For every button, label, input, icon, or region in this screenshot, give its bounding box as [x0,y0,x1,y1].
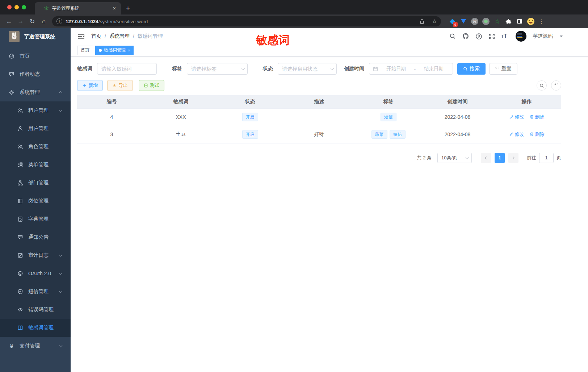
sidebar-item[interactable]: 岗位管理 [0,192,71,210]
github-icon[interactable] [462,33,469,40]
minimize-window-button[interactable] [14,5,19,9]
forward-icon[interactable]: → [15,16,26,26]
status-filter-label: 状态 [263,66,273,72]
bookmark-star-icon[interactable]: ☆ [429,18,440,25]
tag-filter-select[interactable] [187,63,248,75]
date-start-placeholder[interactable]: 开始日期 [381,66,411,72]
reload-icon[interactable]: ↻ [27,16,38,26]
sidebar-item[interactable]: 用户管理 [0,120,71,138]
browser-tab[interactable]: 芋道管理系统 × [35,2,121,14]
help-icon[interactable] [475,33,482,40]
sidebar-item[interactable]: 角色管理 [0,138,71,156]
browser-menu-icon[interactable]: ⋮ [538,18,544,25]
sidebar-item[interactable]: 错误码管理 [0,301,71,319]
column-header: 敏感词 [146,95,215,108]
table-header-row: 编号敏感词状态描述标签创建时间操作 [77,95,561,108]
sidebar-item[interactable]: 部门管理 [0,174,71,192]
sidebar-item-label: 系统管理 [20,89,40,96]
sidebar-menu: 首页作者动态系统管理租户管理用户管理角色管理菜单管理部门管理岗位管理字典管理通知… [0,45,71,355]
sidebar-item[interactable]: 作者动态 [0,65,71,83]
address-bar[interactable]: i 127.0.0.1:1024/system/sensitive-word ☆ [52,16,441,26]
delete-button[interactable]: 删除 [529,114,545,120]
status-filter-input[interactable] [278,63,337,75]
sidebar-logo[interactable]: 芋道管理系统 [0,28,71,45]
extension-diamond-icon[interactable]: 9 [448,17,457,26]
font-size-icon[interactable]: TT [501,33,508,40]
extension-star-icon[interactable]: ☆ [492,17,502,26]
next-page-button[interactable] [508,153,518,163]
sidebar-item-label: 用户管理 [28,125,49,132]
chevron-down-icon [59,289,63,293]
sidebar-item[interactable]: ¥支付管理 [0,337,71,355]
edit-button[interactable]: 修改 [509,131,524,138]
tab-close-icon[interactable]: × [112,5,117,11]
page-number-button[interactable]: 1 [495,153,505,163]
extension-command-icon[interactable]: ⌘ [470,17,479,26]
chevron-down-icon [59,108,63,112]
user-menu-caret-icon[interactable] [560,35,563,37]
site-info-icon[interactable]: i [56,18,62,24]
cell-actions: 修改删除 [492,126,561,143]
sidebar-item-label: OAuth 2.0 [28,271,51,276]
logo-rabbit-icon [9,31,20,42]
prev-page-button[interactable] [481,153,491,163]
table-row: 3土豆开启好呀蔬菜短信2022-04-08修改删除 [77,126,561,143]
maximize-window-button[interactable] [22,5,26,9]
profile-avatar-icon[interactable] [526,17,536,26]
delete-button[interactable]: 删除 [529,131,545,138]
sidebar-item[interactable]: 短信管理 [0,283,71,301]
url-text[interactable]: 127.0.0.1:1024/system/sensitive-word [66,19,419,24]
toggle-search-icon[interactable] [537,80,547,91]
breadcrumb-item[interactable]: 系统管理 [109,33,130,39]
sidebar-item[interactable]: 菜单管理 [0,156,71,174]
refresh-icon [495,67,500,71]
goto-page-input[interactable] [539,153,554,163]
sidebar-item[interactable]: OAuth 2.0 [0,264,71,283]
word-filter-input[interactable] [97,63,157,75]
active-dot-icon [99,49,102,52]
test-button[interactable]: 测试 [139,80,164,91]
user-avatar[interactable] [516,31,526,42]
sidebar-item[interactable]: 首页 [0,47,71,65]
collapse-sidebar-icon[interactable] [78,33,85,39]
sidebar-item[interactable]: 字典管理 [0,210,71,228]
sidebar-item[interactable]: 审计日志 [0,246,71,264]
refresh-table-icon[interactable] [551,80,561,91]
edit-button[interactable]: 修改 [509,114,524,120]
tag-filter-input[interactable] [187,63,248,75]
breadcrumb-item[interactable]: 首页 [91,33,101,39]
reset-button[interactable]: 重置 [489,63,517,75]
column-header: 标签 [354,95,423,108]
fullscreen-icon[interactable] [488,33,495,40]
sidebar-item[interactable]: 通知公告 [0,228,71,246]
status-filter-select[interactable] [278,63,337,75]
page-size-select[interactable]: 10条/页 [437,153,472,163]
side-panel-icon[interactable] [515,17,524,26]
back-icon[interactable]: ← [4,16,14,26]
breadcrumb-separator: / [105,33,106,39]
sidebar-item[interactable]: 租户管理 [0,101,71,120]
sidebar-item[interactable]: 敏感词管理 [0,319,71,337]
date-end-placeholder[interactable]: 结束日期 [419,66,449,72]
new-tab-button[interactable]: + [126,4,130,12]
home-icon[interactable]: ⌂ [38,16,49,26]
window-controls[interactable] [7,5,26,9]
close-window-button[interactable] [7,5,12,9]
add-button[interactable]: 新增 [77,80,103,91]
close-tab-icon[interactable]: × [128,48,130,53]
tags-view-tab[interactable]: 敏感词管理× [95,46,134,55]
share-icon[interactable] [419,19,429,24]
cell-word: XXX [146,108,215,126]
search-icon[interactable] [449,33,456,39]
sidebar-item-label: 通知公告 [28,234,49,241]
sensitive-word-table: 编号敏感词状态描述标签创建时间操作 4XXX开启短信2022-04-08修改删除… [77,95,561,143]
extensions-puzzle-icon[interactable] [504,17,513,26]
search-button[interactable]: 搜索 [457,63,486,75]
extension-record-icon[interactable] [481,17,491,26]
export-button[interactable]: 导出 [107,80,133,91]
tags-view-tab[interactable]: 首页 [77,46,93,55]
date-range-picker[interactable]: 开始日期 - 结束日期 [369,63,453,75]
username[interactable]: 芋道源码 [533,33,553,39]
extension-funnel-icon[interactable] [459,17,468,26]
sidebar-item[interactable]: 系统管理 [0,83,71,101]
